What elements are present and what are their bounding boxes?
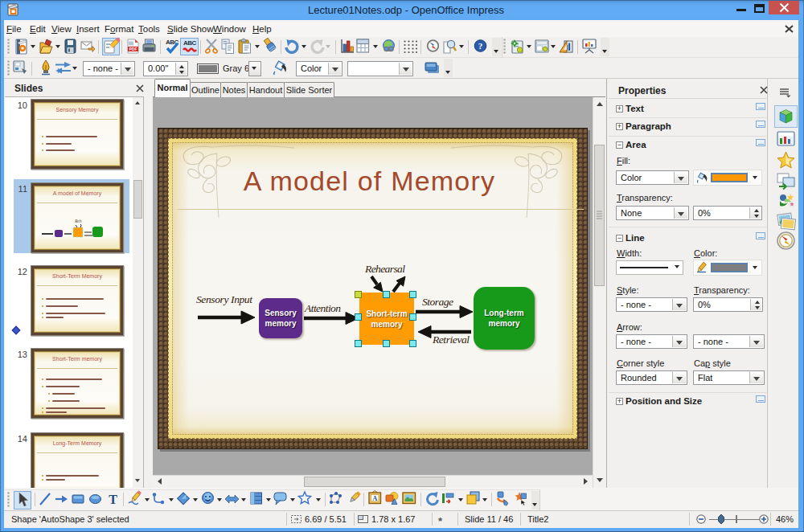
svg-text:PDF: PDF [129, 47, 137, 51]
svg-text:Storage: Storage [422, 296, 453, 308]
svg-text:T: T [109, 493, 117, 506]
svg-text:A: A [372, 494, 378, 502]
svg-text:?: ? [478, 41, 483, 51]
svg-text:Rehearsal: Rehearsal [364, 263, 405, 275]
svg-text:Retrieval: Retrieval [432, 334, 470, 346]
svg-text:Attention: Attention [304, 302, 341, 314]
svg-text:ABC: ABC [183, 39, 197, 47]
svg-text:Sensory Input: Sensory Input [196, 293, 253, 305]
svg-text:Reh: Reh [74, 219, 82, 223]
